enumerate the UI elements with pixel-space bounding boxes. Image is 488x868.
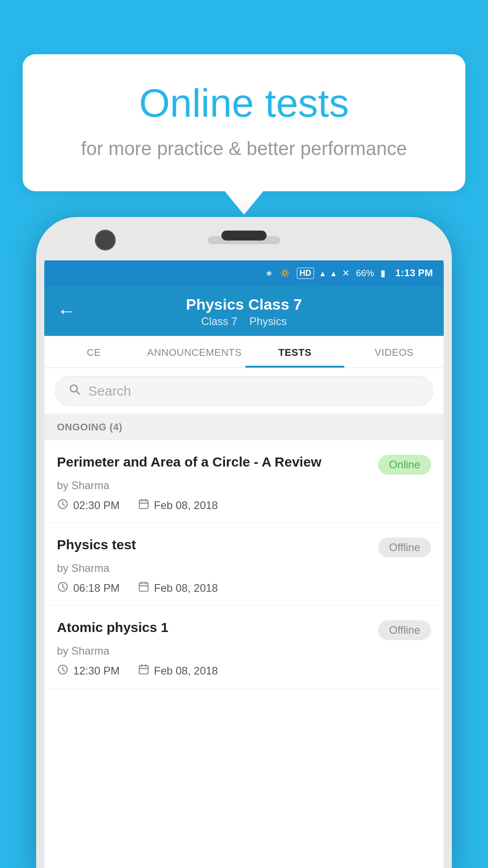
svg-line-1 — [76, 391, 79, 394]
test-badge-2: Offline — [378, 620, 431, 640]
app-bar: ← Physics Class 7 Class 7 Physics — [44, 286, 444, 336]
test-time-1: 06:18 PM — [57, 581, 120, 595]
phone-camera — [95, 230, 116, 250]
test-author-1: by Sharma — [57, 562, 431, 575]
promo-card: Online tests for more practice & better … — [23, 54, 465, 191]
phone-home-button — [221, 231, 267, 241]
test-meta-2: 12:30 PM Feb 08, 2018 — [57, 664, 431, 678]
promo-title: Online tests — [54, 81, 434, 125]
clock-icon-1 — [57, 581, 69, 595]
test-time-0: 02:30 PM — [57, 498, 120, 513]
app-bar-subject: Physics — [249, 315, 287, 327]
wifi-icon: ▴ — [320, 268, 325, 278]
test-meta-0: 02:30 PM Feb 08, 2018 — [57, 498, 431, 513]
test-item[interactable]: Perimeter and Area of a Circle - A Revie… — [44, 440, 444, 523]
phone-shell: ∗ 🔅 HD ▴ ▴ ✕ 66% ▮ 1:13 PM ← Physics Cla… — [36, 217, 452, 868]
app-bar-title: Physics Class 7 — [186, 296, 302, 313]
bluetooth-icon: ∗ — [265, 268, 273, 278]
status-time: 1:13 PM — [395, 267, 433, 279]
status-bar: ∗ 🔅 HD ▴ ▴ ✕ 66% ▮ 1:13 PM — [44, 260, 444, 286]
test-title-0: Perimeter and Area of a Circle - A Revie… — [57, 453, 378, 471]
test-author-0: by Sharma — [57, 479, 431, 492]
battery-percent: 66% — [356, 268, 374, 278]
back-button[interactable]: ← — [57, 300, 76, 322]
test-item[interactable]: Physics test Offline by Sharma 06:18 PM — [44, 523, 444, 606]
calendar-icon-0 — [138, 498, 150, 513]
svg-rect-8 — [139, 583, 148, 591]
signal-icon: ▴ — [331, 268, 336, 278]
clock-icon-2 — [57, 664, 69, 678]
search-icon — [68, 383, 81, 399]
test-item[interactable]: Atomic physics 1 Offline by Sharma 12:30… — [44, 606, 444, 689]
test-badge-1: Offline — [378, 538, 431, 557]
search-placeholder: Search — [88, 383, 131, 399]
calendar-icon-2 — [138, 664, 150, 678]
promo-subtitle: for more practice & better performance — [54, 138, 434, 160]
tab-announcements[interactable]: ANNOUNCEMENTS — [144, 336, 245, 368]
calendar-icon-1 — [138, 581, 150, 595]
svg-rect-13 — [139, 665, 148, 674]
tabs-bar: CE ANNOUNCEMENTS TESTS VIDEOS — [44, 336, 444, 368]
search-input-wrap[interactable]: Search — [55, 376, 433, 406]
test-title-2: Atomic physics 1 — [57, 618, 378, 636]
svg-rect-3 — [139, 500, 148, 508]
test-date-2: Feb 08, 2018 — [138, 664, 218, 678]
vibrate-icon: 🔅 — [279, 268, 291, 278]
test-date-0: Feb 08, 2018 — [138, 498, 218, 513]
hd-icon: HD — [297, 268, 314, 279]
search-bar: Search — [44, 368, 444, 414]
test-badge-0: Online — [378, 455, 431, 475]
section-header: ONGOING (4) — [44, 414, 444, 440]
test-time-2: 12:30 PM — [57, 664, 120, 678]
phone-screen: ∗ 🔅 HD ▴ ▴ ✕ 66% ▮ 1:13 PM ← Physics Cla… — [44, 260, 444, 868]
tab-videos[interactable]: VIDEOS — [344, 336, 444, 368]
tab-ce[interactable]: CE — [44, 336, 144, 368]
tab-tests[interactable]: TESTS — [245, 336, 345, 368]
test-title-1: Physics test — [57, 536, 378, 553]
test-author-2: by Sharma — [57, 645, 431, 657]
battery-icon: ▮ — [380, 268, 385, 278]
clock-icon-0 — [57, 498, 69, 513]
test-meta-1: 06:18 PM Feb 08, 2018 — [57, 581, 431, 595]
x-icon: ✕ — [342, 268, 350, 278]
app-bar-subtitle: Class 7 Physics — [201, 315, 286, 328]
test-date-1: Feb 08, 2018 — [138, 581, 218, 595]
app-bar-class: Class 7 — [201, 315, 237, 327]
